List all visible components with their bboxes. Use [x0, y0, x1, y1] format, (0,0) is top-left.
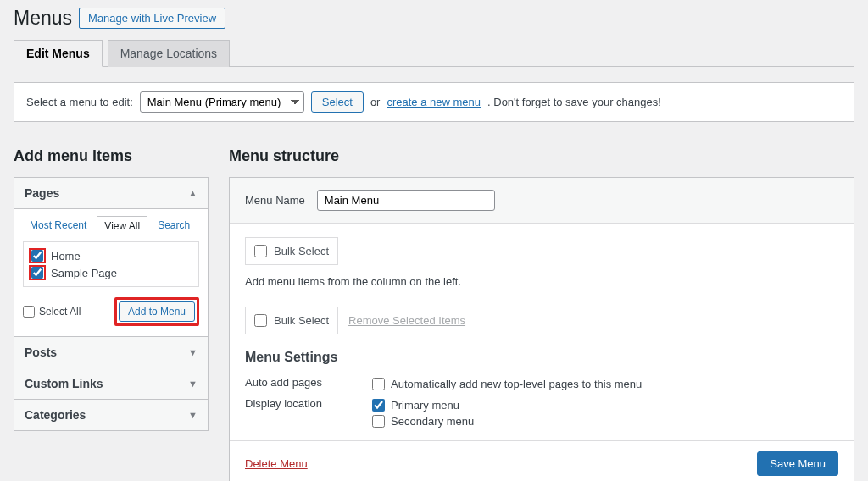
select-all-label[interactable]: Select All: [23, 306, 81, 318]
posts-panel-header[interactable]: Posts ▼: [14, 337, 208, 368]
primary-menu-checkbox[interactable]: [372, 399, 385, 412]
pages-panel: Pages ▲ Most Recent View All Search Home: [14, 177, 209, 337]
secondary-menu-checkbox[interactable]: [372, 415, 385, 428]
menu-dropdown[interactable]: Main Menu (Primary menu): [140, 91, 304, 113]
menu-structure-box: Menu Name Bulk Select Add menu items fro…: [229, 177, 854, 481]
select-button[interactable]: Select: [311, 91, 364, 113]
auto-add-option-text: Automatically add new top-level pages to…: [391, 378, 642, 390]
secondary-menu-text: Secondary menu: [391, 415, 474, 428]
select-bar-tail: . Don't forget to save your changes!: [487, 96, 661, 108]
categories-panel-title: Categories: [25, 408, 86, 422]
highlight-home-checkbox: [29, 248, 46, 263]
pages-inner-tabs: Most Recent View All Search: [23, 216, 199, 236]
menu-select-bar: Select a menu to edit: Main Menu (Primar…: [14, 82, 854, 122]
pages-list: Home Sample Page: [23, 241, 199, 287]
page-item-sample: Sample Page: [29, 264, 193, 281]
remove-selected-link: Remove Selected Items: [348, 314, 465, 327]
bulk-select-top: Bulk Select: [245, 237, 338, 265]
highlight-add-to-menu: Add to Menu: [114, 297, 199, 326]
posts-panel: Posts ▼: [14, 337, 209, 368]
menu-structure-heading: Menu structure: [229, 147, 854, 165]
bulk-select-bottom-checkbox[interactable]: [254, 314, 267, 327]
create-new-menu-link[interactable]: create a new menu: [387, 96, 481, 108]
pages-panel-title: Pages: [25, 186, 59, 200]
menu-name-label: Menu Name: [245, 194, 305, 207]
categories-panel-header[interactable]: Categories ▼: [14, 400, 208, 430]
tab-most-recent[interactable]: Most Recent: [23, 216, 93, 236]
auto-add-option[interactable]: Automatically add new top-level pages to…: [372, 376, 642, 392]
page-title: Menus: [14, 7, 72, 30]
chevron-down-icon: ▼: [188, 347, 198, 357]
display-location-label: Display location: [245, 397, 372, 429]
tab-search[interactable]: Search: [151, 216, 197, 236]
custom-links-panel: Custom Links ▼: [14, 368, 209, 400]
page-sample-label: Sample Page: [51, 267, 117, 279]
empty-menu-helper: Add menu items from the column on the le…: [245, 275, 838, 288]
tab-edit-menus[interactable]: Edit Menus: [14, 40, 103, 67]
select-menu-label: Select a menu to edit:: [26, 96, 133, 108]
select-all-checkbox[interactable]: [23, 306, 35, 318]
page-item-home: Home: [29, 247, 193, 264]
page-home-label: Home: [51, 250, 81, 263]
add-to-menu-button[interactable]: Add to Menu: [119, 301, 195, 322]
delete-menu-link[interactable]: Delete Menu: [245, 457, 308, 470]
bulk-select-top-label: Bulk Select: [274, 245, 329, 257]
select-all-text: Select All: [39, 306, 81, 318]
chevron-down-icon: ▼: [188, 379, 198, 389]
nav-tabs: Edit Menus Manage Locations: [14, 40, 854, 67]
primary-menu-text: Primary menu: [391, 399, 459, 412]
bulk-select-top-checkbox[interactable]: [254, 245, 267, 257]
custom-links-panel-header[interactable]: Custom Links ▼: [14, 368, 208, 399]
page-sample-checkbox[interactable]: [31, 267, 43, 279]
live-preview-button[interactable]: Manage with Live Preview: [79, 8, 225, 29]
primary-menu-option[interactable]: Primary menu: [372, 397, 474, 413]
tab-manage-locations[interactable]: Manage Locations: [108, 40, 230, 67]
custom-links-panel-title: Custom Links: [25, 377, 103, 390]
pages-panel-header[interactable]: Pages ▲: [14, 178, 208, 208]
menu-name-input[interactable]: [317, 190, 495, 211]
bulk-select-bottom: Bulk Select: [245, 307, 338, 334]
chevron-down-icon: ▼: [188, 410, 198, 420]
menu-settings-title: Menu Settings: [245, 350, 838, 365]
bulk-select-bottom-label: Bulk Select: [274, 314, 329, 327]
posts-panel-title: Posts: [25, 346, 57, 359]
auto-add-checkbox[interactable]: [372, 378, 385, 390]
highlight-sample-checkbox: [29, 265, 46, 280]
add-menu-items-heading: Add menu items: [14, 147, 209, 165]
or-text: or: [370, 96, 381, 108]
chevron-up-icon: ▲: [188, 188, 198, 198]
save-menu-button[interactable]: Save Menu: [757, 451, 838, 476]
categories-panel: Categories ▼: [14, 400, 209, 431]
auto-add-label: Auto add pages: [245, 376, 372, 392]
tab-view-all[interactable]: View All: [97, 216, 147, 236]
page-home-checkbox[interactable]: [31, 250, 43, 262]
secondary-menu-option[interactable]: Secondary menu: [372, 413, 474, 429]
